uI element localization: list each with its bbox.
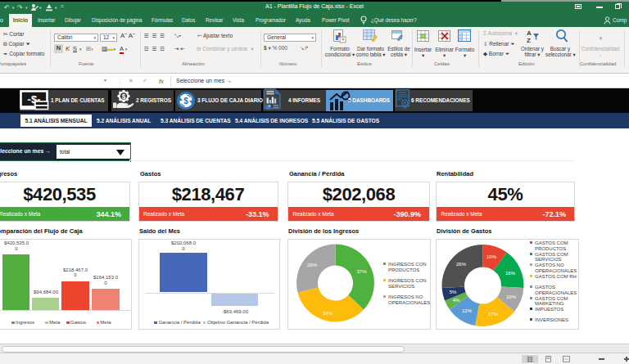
svg-text:$: $ (122, 92, 126, 101)
svg-text:A: A (527, 29, 532, 37)
svg-text:$: $ (183, 97, 188, 106)
svg-text:Z: Z (527, 37, 531, 43)
